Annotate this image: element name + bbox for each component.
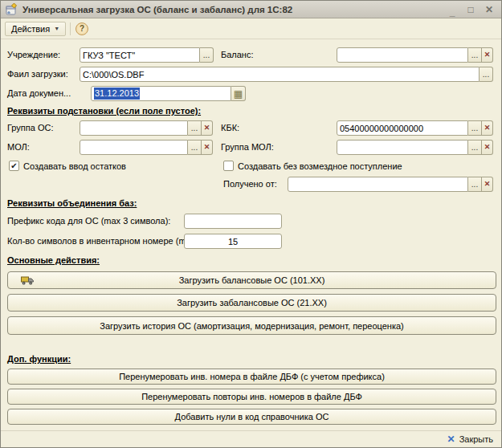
mol-group-label: Группа МОЛ:	[221, 142, 274, 152]
section-substitution: Реквизиты подстановки (если поле пустое)…	[7, 106, 201, 116]
load-file-select-button[interactable]: ...	[480, 67, 493, 82]
toolbar: Действия ▼ ?	[1, 18, 501, 39]
os-group-input[interactable]	[80, 120, 188, 136]
balance-clear-button[interactable]: ✕	[482, 47, 493, 63]
os-group-label: Группа ОС:	[7, 123, 53, 132]
app-window: Универсальная загрузка ОС (баланс и заба…	[0, 0, 502, 448]
received-from-select-button[interactable]: ...	[468, 177, 482, 192]
add-zeros-button[interactable]: Добавить нули в код справочника ОС	[7, 409, 496, 425]
mol-input[interactable]	[80, 140, 188, 155]
checkbox-unchecked-icon	[223, 161, 234, 171]
toolbar-separator	[70, 22, 71, 35]
checkbox-create-balances-label: Создавать ввод остатков	[23, 161, 126, 171]
close-x-icon: ✕	[447, 434, 455, 445]
checkbox-create-gratuitous-label: Создавать без возмездное поступление	[238, 161, 402, 171]
checkbox-create-gratuitous[interactable]: Создавать без возмездное поступление	[223, 161, 402, 171]
code-prefix-input[interactable]	[184, 214, 282, 229]
actions-menu-label: Действия	[11, 24, 50, 34]
load-file-input[interactable]	[80, 67, 480, 82]
calendar-icon: ▦	[234, 88, 243, 100]
institution-input[interactable]	[80, 47, 200, 63]
section-merge: Реквизиты объединения баз:	[7, 198, 137, 208]
doc-date-calendar-button[interactable]: ▦	[231, 86, 246, 101]
footer-separator	[1, 430, 501, 431]
kbk-select-button[interactable]: ...	[468, 120, 482, 136]
doc-date-label: Дата докумен...	[7, 88, 71, 98]
os-group-select-button[interactable]: ...	[188, 120, 202, 136]
mol-clear-button[interactable]: ✕	[202, 140, 213, 155]
minimize-button[interactable]: _	[447, 4, 458, 15]
dropdown-caret-icon: ▼	[54, 26, 59, 31]
balance-label: Баланс:	[221, 50, 254, 59]
renumber-duplicates-button-label: Перенумеровать повторы инв. номеров в фа…	[141, 392, 362, 401]
institution-select-button[interactable]: ...	[200, 47, 214, 63]
inv-number-chars-label: Кол-во символов в инвентарном номере (ma…	[7, 236, 201, 246]
form-icon	[6, 3, 18, 15]
renumber-duplicates-button[interactable]: Перенумеровать повторы инв. номеров в фа…	[7, 389, 496, 405]
renumber-inv-button[interactable]: Перенумеровать инв. номера в файле ДБФ (…	[7, 369, 496, 385]
window-controls: _ □ ✕	[447, 4, 496, 15]
os-group-clear-button[interactable]: ✕	[202, 120, 213, 136]
load-history-button[interactable]: Загрузить история ОС (амортизация, модер…	[7, 316, 496, 335]
mol-group-select-button[interactable]: ...	[468, 140, 482, 155]
balance-select-button[interactable]: ...	[468, 47, 482, 63]
received-from-label: Получено от:	[223, 179, 277, 189]
close-window-button[interactable]: ✕	[484, 4, 495, 15]
renumber-inv-button-label: Перенумеровать инв. номера в файле ДБФ (…	[119, 372, 385, 381]
section-main-actions: Основные действия:	[7, 255, 100, 265]
load-file-label: Фаил загрузки:	[7, 69, 68, 79]
institution-label: Учреждение:	[7, 50, 60, 59]
checkbox-create-balances[interactable]: ✔ Создавать ввод остатков	[9, 161, 126, 171]
kbk-input[interactable]	[337, 120, 468, 136]
load-offbalance-button[interactable]: Загрузить забалансовые ОС (21.XX)	[7, 294, 496, 312]
mol-label: МОЛ:	[7, 142, 30, 152]
checkbox-checked-icon: ✔	[9, 161, 19, 171]
title-bar: Универсальная загрузка ОС (баланс и заба…	[1, 1, 501, 18]
load-history-button-label: Загрузить история ОС (амортизация, модер…	[100, 321, 404, 331]
window-title: Универсальная загрузка ОС (баланс и заба…	[22, 5, 442, 14]
load-balance-button-label: Загрузить балансовые ОС (101.XX)	[179, 275, 325, 285]
help-button[interactable]: ?	[75, 22, 89, 36]
help-icon: ?	[76, 22, 88, 35]
balance-input[interactable]	[337, 47, 468, 63]
kbk-clear-button[interactable]: ✕	[482, 120, 493, 136]
kbk-label: КБК:	[221, 123, 239, 132]
mol-group-input[interactable]	[337, 140, 468, 155]
doc-date-selected-text: 31.12.2013	[94, 88, 140, 100]
close-button-label: Закрыть	[459, 434, 493, 444]
load-balance-button[interactable]: Загрузить балансовые ОС (101.XX)	[7, 271, 496, 289]
mol-select-button[interactable]: ...	[188, 140, 202, 155]
truck-icon	[21, 275, 35, 286]
inv-number-chars-input[interactable]	[184, 234, 282, 249]
close-button[interactable]: ✕ Закрыть	[447, 434, 493, 445]
maximize-button[interactable]: □	[465, 4, 476, 15]
actions-menu-button[interactable]: Действия ▼	[5, 22, 66, 36]
mol-group-clear-button[interactable]: ✕	[482, 140, 493, 155]
load-offbalance-button-label: Загрузить забалансовые ОС (21.XX)	[177, 298, 327, 307]
section-extra-functions: Доп. функции:	[7, 354, 71, 364]
code-prefix-label: Префикс кода для ОС (max 3 символа):	[7, 216, 170, 226]
received-from-input[interactable]	[288, 177, 468, 192]
received-from-clear-button[interactable]: ✕	[482, 177, 493, 192]
doc-date-input[interactable]: 31.12.2013	[91, 86, 231, 101]
add-zeros-button-label: Добавить нули в код справочника ОС	[175, 412, 329, 422]
